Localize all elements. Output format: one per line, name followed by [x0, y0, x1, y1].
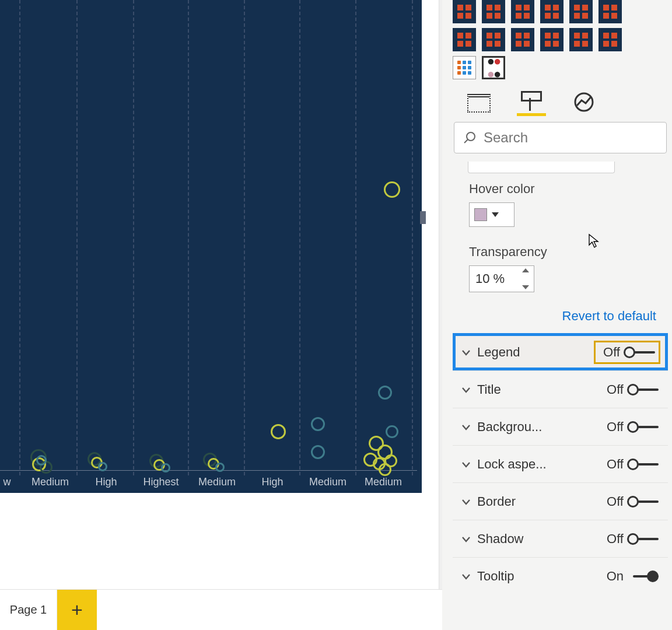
section-label: Tooltip — [477, 569, 603, 584]
visual-type-tile[interactable] — [569, 28, 593, 51]
data-point[interactable] — [215, 463, 225, 472]
gridline — [76, 0, 78, 475]
toggle-switch[interactable] — [627, 496, 659, 508]
transparency-group: Transparency 10 % — [453, 233, 668, 298]
x-tick-label: Medium — [32, 476, 69, 488]
data-point[interactable] — [161, 463, 170, 473]
scroll-thumb[interactable] — [420, 211, 426, 224]
tab-format[interactable] — [517, 91, 546, 116]
x-tick-label: High — [261, 476, 283, 488]
chevron-down-icon — [461, 496, 471, 507]
pane-tabs — [464, 91, 668, 116]
section-toggle[interactable]: Off — [603, 494, 659, 509]
data-point[interactable] — [384, 181, 400, 198]
hover-color-label: Hover color — [469, 181, 664, 197]
section-toggle[interactable]: Off — [603, 457, 659, 472]
visual-type-gallery: ●● ●● — [453, 0, 668, 79]
visual-type-tile[interactable] — [540, 28, 564, 51]
add-page-button[interactable]: + — [57, 590, 97, 630]
search-input[interactable] — [454, 122, 667, 153]
section-toggle[interactable]: Off — [603, 382, 659, 397]
format-section-tooltip[interactable]: TooltipOn — [453, 557, 668, 594]
visual-type-tile[interactable] — [453, 28, 476, 51]
section-label: Lock aspe... — [477, 457, 603, 472]
transparency-value: 10 — [475, 271, 489, 286]
vertical-scrollbar[interactable] — [420, 0, 426, 493]
dots-icon: ●● ●● — [487, 55, 501, 80]
section-toggle[interactable]: Off — [596, 342, 659, 362]
grid-icon — [457, 61, 471, 75]
search-icon — [463, 131, 477, 145]
chevron-down-icon — [461, 571, 471, 582]
visual-type-tile[interactable]: ●● ●● — [482, 56, 505, 79]
data-point[interactable] — [378, 386, 392, 400]
format-section-lock-aspe-[interactable]: Lock aspe...Off — [453, 445, 668, 482]
gridline — [244, 0, 245, 475]
format-section-legend[interactable]: LegendOff — [453, 333, 668, 370]
visual-type-tile[interactable] — [598, 28, 622, 51]
toggle-switch[interactable] — [627, 570, 659, 582]
hover-color-picker[interactable] — [469, 202, 514, 227]
visual-type-tile[interactable] — [569, 0, 593, 23]
x-tick-label: Highest — [143, 476, 178, 488]
x-tick-label: w — [4, 476, 11, 488]
toggle-switch[interactable] — [624, 346, 655, 358]
toggle-state: Off — [599, 345, 620, 360]
gridline — [299, 0, 300, 475]
visual-type-tile[interactable] — [540, 0, 564, 23]
section-toggle[interactable]: On — [603, 569, 659, 584]
toggle-state: On — [603, 569, 624, 584]
data-point[interactable] — [386, 425, 398, 438]
data-point[interactable] — [379, 463, 391, 476]
x-tick-label: Medium — [365, 476, 402, 488]
section-toggle[interactable]: Off — [603, 419, 659, 435]
gridline — [355, 0, 356, 475]
collapsed-input[interactable] — [468, 162, 615, 173]
visual-type-tile[interactable] — [482, 28, 505, 51]
format-section-title[interactable]: TitleOff — [453, 370, 668, 408]
chevron-down-icon — [461, 347, 471, 358]
step-down-icon[interactable] — [522, 285, 529, 289]
visual-type-tile[interactable] — [453, 0, 476, 23]
visual-type-tile[interactable] — [511, 28, 534, 51]
transparency-stepper[interactable]: 10 % — [469, 265, 534, 292]
fields-icon — [467, 94, 491, 113]
revert-link[interactable]: Revert to default — [562, 309, 656, 323]
visual-type-tile[interactable] — [511, 0, 534, 23]
toggle-switch[interactable] — [627, 459, 659, 470]
data-point[interactable] — [271, 424, 286, 439]
format-section-border[interactable]: BorderOff — [453, 482, 668, 520]
visual-type-tile[interactable] — [598, 0, 622, 23]
toggle-switch[interactable] — [627, 384, 659, 396]
format-section-backgrou-[interactable]: Backgrou...Off — [453, 408, 668, 445]
step-up-icon[interactable] — [522, 268, 529, 272]
visual-type-tile[interactable] — [482, 0, 505, 23]
page-tab[interactable]: Page 1 — [0, 590, 57, 630]
analytics-icon — [572, 92, 596, 113]
color-swatch — [474, 208, 487, 221]
toggle-switch[interactable] — [627, 533, 659, 545]
search-field[interactable] — [484, 130, 658, 146]
data-point[interactable] — [311, 417, 325, 431]
revert-to-default[interactable]: Revert to default — [453, 298, 668, 330]
visual-type-tile[interactable] — [453, 56, 476, 79]
gridline — [133, 0, 134, 475]
tab-fields[interactable] — [464, 94, 494, 116]
chevron-down-icon — [461, 534, 471, 544]
paint-roller-icon — [520, 91, 543, 110]
transparency-unit: % — [493, 271, 505, 286]
section-toggle[interactable]: Off — [603, 531, 659, 547]
toggle-switch[interactable] — [627, 421, 659, 433]
chevron-down-icon — [461, 459, 471, 470]
page-tabs: Page 1 + — [0, 589, 442, 630]
format-section-shadow[interactable]: ShadowOff — [453, 520, 668, 557]
toggle-state: Off — [603, 531, 624, 547]
toggle-state: Off — [603, 457, 624, 472]
data-point[interactable] — [36, 455, 47, 466]
tab-analytics[interactable] — [569, 92, 598, 116]
toggle-state: Off — [603, 494, 624, 509]
data-point[interactable] — [98, 462, 107, 471]
visual-scatter[interactable]: w Medium High Highest Medium High Medium… — [0, 0, 422, 493]
data-point[interactable] — [311, 445, 325, 459]
report-canvas: w Medium High Highest Medium High Medium… — [0, 0, 442, 630]
